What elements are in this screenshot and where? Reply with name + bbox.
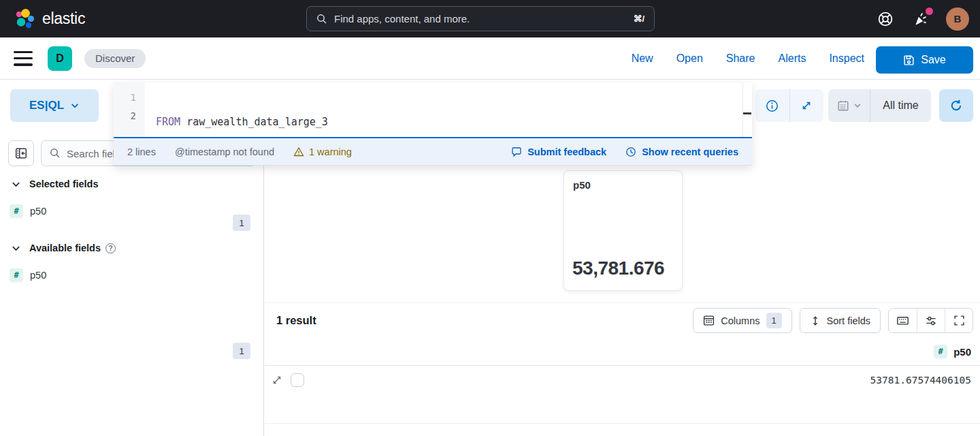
collapse-selected-fields[interactable] — [11, 179, 21, 189]
row-checkbox[interactable] — [291, 373, 304, 387]
help-circle-icon[interactable]: ? — [105, 243, 116, 253]
metric-value: 53,781.676 — [572, 258, 664, 279]
editor-footer: 2 lines @timestamp not found 1 warning S… — [114, 138, 752, 166]
expand-row-button[interactable] — [272, 375, 282, 386]
field-item-p50-available[interactable]: # p50 — [0, 267, 264, 283]
space-badge[interactable]: D — [48, 46, 72, 71]
logo-wordmark: elastic — [42, 10, 85, 28]
metric-card-p50[interactable]: p50 53,781.676 — [564, 170, 683, 291]
calendar-icon — [837, 99, 849, 112]
header-actions: B — [875, 0, 969, 37]
results-area: p50 53,781.676 1 result Columns 1 — [265, 136, 980, 436]
chevron-down-icon — [11, 179, 21, 189]
chevron-down-icon — [853, 102, 862, 110]
show-recent-queries-link[interactable]: Show recent queries — [625, 146, 738, 157]
metric-label: p50 — [573, 179, 591, 191]
notification-dot — [926, 7, 933, 15]
fullscreen-icon — [953, 315, 965, 326]
nav-alerts[interactable]: Alerts — [779, 52, 806, 65]
user-avatar[interactable]: B — [946, 7, 969, 31]
save-button[interactable]: Save — [876, 46, 973, 74]
menu-button[interactable] — [14, 51, 33, 66]
column-header-p50[interactable]: # p50 — [924, 337, 971, 366]
number-field-icon: # — [10, 268, 23, 282]
expand-editor-button[interactable] — [789, 89, 824, 122]
fields-sidebar: Selected fields 1 # p50 Available fields… — [0, 136, 264, 436]
elastic-logo[interactable]: elastic — [14, 8, 85, 30]
nav-share[interactable]: Share — [726, 52, 755, 65]
editor-code[interactable]: FROM raw_wealth_data_large_3 | stats p50… — [145, 82, 752, 137]
save-icon — [903, 54, 915, 66]
editor-scrollbar-thumb[interactable] — [743, 112, 751, 114]
app-toolbar: D Discover New Open Share Alerts Inspect… — [0, 37, 980, 80]
field-name: p50 — [30, 206, 46, 217]
breadcrumb-discover[interactable]: Discover — [84, 49, 146, 68]
code-token: raw_wealth_data_large_3 — [180, 116, 328, 128]
clock-icon — [625, 146, 636, 157]
columns-count-badge: 1 — [766, 313, 782, 328]
warning-icon — [293, 146, 304, 157]
collapse-sidebar-icon — [15, 147, 27, 159]
available-fields-title: Available fields — [29, 243, 101, 253]
show-recent-queries-label: Show recent queries — [642, 146, 738, 157]
esql-mode-label: ES|QL — [29, 99, 64, 112]
discover-app: elastic ⌘/ B — [0, 0, 980, 436]
global-search[interactable]: ⌘/ — [306, 6, 655, 31]
submit-feedback-link[interactable]: Submit feedback — [511, 146, 606, 157]
collapse-sidebar-button[interactable] — [8, 140, 34, 166]
fullscreen-button[interactable] — [945, 309, 973, 332]
line-number: 1 — [114, 89, 145, 107]
columns-icon — [703, 315, 715, 326]
help-button[interactable] — [875, 9, 896, 29]
collapse-available-fields[interactable] — [11, 243, 21, 253]
top-nav: New Open Share Alerts Inspect — [632, 37, 864, 80]
available-fields-count: 1 — [233, 343, 250, 359]
save-label: Save — [921, 54, 945, 66]
search-shortcut: ⌘/ — [633, 14, 644, 24]
available-fields-header: Available fields ? 1 — [0, 239, 264, 257]
sort-fields-button[interactable]: Sort fields — [800, 308, 881, 333]
elastic-logo-icon — [14, 8, 35, 30]
help-icon — [877, 10, 894, 28]
grid-header-row: # p50 — [265, 337, 980, 366]
sliders-icon — [925, 315, 937, 327]
timestamp-note: @timestamp not found — [175, 146, 274, 157]
number-field-icon: # — [934, 345, 947, 358]
grid-toolbar: Columns 1 Sort fields — [693, 308, 973, 333]
line-count: 2 lines — [127, 146, 156, 157]
nav-inspect[interactable]: Inspect — [829, 52, 864, 65]
refresh-query-button[interactable] — [939, 89, 973, 122]
warning-label: 1 warning — [309, 146, 352, 157]
time-range-label[interactable]: All time — [870, 99, 931, 112]
nav-open[interactable]: Open — [676, 52, 703, 65]
sort-icon — [810, 315, 821, 326]
search-icon — [316, 14, 327, 25]
expand-row-icon — [272, 375, 282, 386]
editor-scrollbar[interactable] — [742, 82, 743, 137]
code-line-1: FROM raw_wealth_data_large_3 — [156, 113, 752, 131]
query-info-button[interactable] — [755, 89, 789, 122]
whats-new-button[interactable] — [911, 9, 931, 29]
field-item-p50-selected[interactable]: # p50 — [0, 203, 264, 219]
cell-p50-value: 53781.67574406105 — [870, 375, 971, 386]
global-search-input[interactable] — [334, 13, 626, 25]
keyboard-shortcuts-button[interactable] — [889, 309, 917, 332]
display-options-button[interactable] — [917, 309, 945, 332]
warning-indicator[interactable]: 1 warning — [293, 146, 352, 157]
grid-data-row: 53781.67574406105 — [265, 366, 980, 424]
date-picker-button[interactable] — [828, 89, 870, 122]
chevron-down-icon — [70, 101, 80, 110]
column-name: p50 — [953, 346, 971, 358]
sort-fields-label: Sort fields — [827, 315, 870, 326]
line-number: 2 — [114, 107, 145, 125]
grid-display-options — [888, 308, 973, 333]
refresh-icon — [949, 99, 963, 112]
field-name: p50 — [30, 270, 46, 281]
esql-editor[interactable]: 1 2 FROM raw_wealth_data_large_3 | stats… — [114, 82, 752, 138]
esql-mode-button[interactable]: ES|QL — [10, 89, 99, 122]
time-picker[interactable]: All time — [828, 89, 931, 122]
columns-button[interactable]: Columns 1 — [693, 308, 791, 333]
keyword-token: FROM — [156, 116, 180, 128]
nav-new[interactable]: New — [632, 52, 653, 65]
expand-diagonal-icon — [800, 99, 813, 112]
